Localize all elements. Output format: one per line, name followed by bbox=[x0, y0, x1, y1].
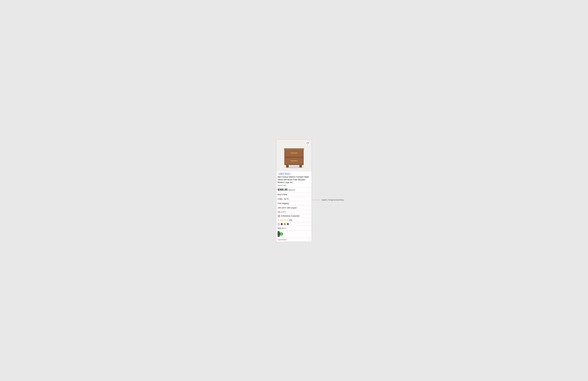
svg-rect-3 bbox=[284, 157, 304, 157]
annotation-caption: caption, foreground.primary bbox=[321, 199, 344, 201]
swatch-gold[interactable] bbox=[284, 223, 286, 225]
row-indicator-2: 6 ↕ bbox=[276, 193, 277, 195]
review-count: (16) bbox=[289, 219, 292, 221]
energy-badge-row: A T G A bbox=[276, 230, 312, 238]
energy-label-box: A T G bbox=[278, 231, 280, 237]
price-original: $350.00 bbox=[289, 189, 295, 191]
swatch-red[interactable] bbox=[281, 223, 283, 225]
shipping-row: Free shipping bbox=[276, 201, 312, 206]
ebay-plus-row: ebay plus bbox=[276, 210, 312, 214]
svg-rect-11 bbox=[299, 164, 301, 168]
star-2: ★ bbox=[280, 219, 282, 221]
swatch-white[interactable] bbox=[278, 223, 280, 225]
sponsored-row: Sponsored ⋮ bbox=[276, 238, 312, 242]
eek-row: EEK A+++ bbox=[276, 226, 312, 230]
authenticity-row: Authenticity Guarantee bbox=[276, 214, 312, 218]
star-5-half: ★ ★ bbox=[286, 219, 288, 221]
eek-label: EEK A+++ bbox=[278, 227, 286, 229]
product-condition: Brand new bbox=[278, 184, 310, 187]
ebay-logo: ebay bbox=[278, 211, 282, 213]
svg-rect-5 bbox=[291, 153, 297, 153]
more-options-button[interactable]: ⋮ bbox=[308, 238, 310, 241]
page-wrapper: GREAT PRICE Mid Century Walnut 2 Drawer … bbox=[276, 139, 312, 242]
annotation-line bbox=[311, 200, 320, 200]
color-swatches-row bbox=[276, 222, 312, 226]
swatch-green[interactable] bbox=[287, 223, 289, 225]
card-body: GREAT PRICE Mid Century Walnut 2 Drawer … bbox=[276, 171, 312, 242]
product-image bbox=[280, 141, 308, 170]
price-row: 6 ↕ $300.00 $350.00 bbox=[276, 187, 312, 192]
heart-icon bbox=[306, 142, 309, 145]
energy-rating-a: A bbox=[280, 232, 283, 236]
wishlist-button[interactable] bbox=[305, 141, 310, 146]
price-current: $300.00 bbox=[278, 188, 288, 191]
bids-row: 5 bids · 6d 7h bbox=[276, 197, 312, 201]
svg-rect-10 bbox=[287, 164, 289, 168]
coupon-text: 16% off 6+ with coupon bbox=[278, 207, 297, 209]
authenticity-label: Authenticity Guarantee bbox=[281, 215, 299, 217]
star-1: ★ bbox=[278, 219, 280, 221]
great-price-badge: GREAT PRICE bbox=[278, 173, 291, 175]
product-card: GREAT PRICE Mid Century Walnut 2 Drawer … bbox=[276, 139, 312, 242]
row-indicator-1: 6 ↕ bbox=[276, 189, 277, 190]
coupon-row: 16% off 6+ with coupon bbox=[276, 206, 312, 210]
annotation: caption, foreground.primary bbox=[311, 199, 344, 201]
star-4: ★ bbox=[284, 219, 286, 221]
product-title: Mid Century Walnut 2 Drawer Night Stand … bbox=[278, 176, 310, 184]
star-rating: ★ ★ ★ ★ ★ ★ bbox=[278, 219, 288, 221]
authenticity-check-icon bbox=[278, 215, 280, 217]
title-row: GREAT PRICE Mid Century Walnut 2 Drawer … bbox=[276, 171, 312, 187]
buy-now-row: 6 ↕ Buy it Now bbox=[276, 192, 312, 197]
ratings-row: ★ ★ ★ ★ ★ ★ (16) bbox=[276, 218, 312, 222]
sponsored-label: Sponsored bbox=[278, 239, 287, 241]
ebay-plus-label: plus bbox=[282, 211, 286, 213]
product-image-area bbox=[276, 139, 312, 171]
star-3: ★ bbox=[282, 219, 284, 221]
energy-badge: A T G A bbox=[278, 231, 310, 237]
svg-rect-7 bbox=[291, 160, 297, 161]
bids-time-text: 5 bids · 6d 7h bbox=[278, 198, 289, 200]
shipping-label: Free shipping bbox=[278, 202, 289, 205]
buy-it-now-label: Buy it Now bbox=[278, 193, 287, 196]
svg-rect-2 bbox=[284, 148, 304, 150]
svg-point-12 bbox=[278, 215, 280, 217]
